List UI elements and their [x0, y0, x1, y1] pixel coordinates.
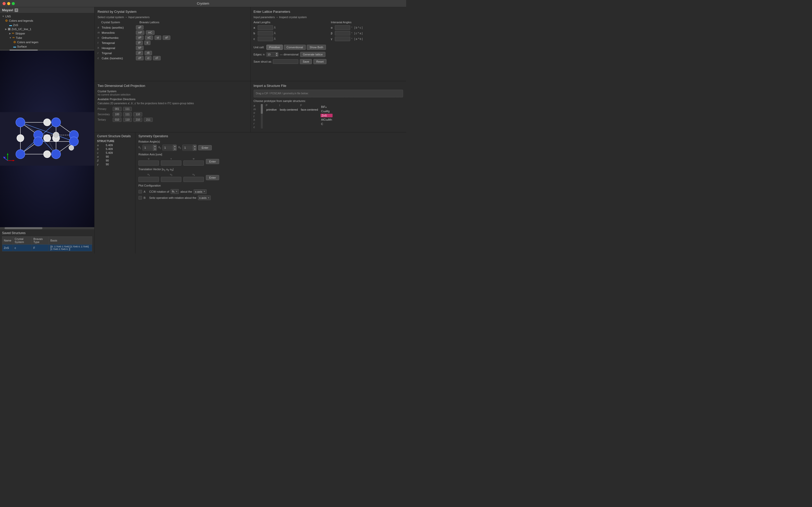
proj-btn-211[interactable]: 211 — [144, 118, 153, 122]
angle-input-beta[interactable] — [335, 31, 350, 36]
checkbox-B[interactable] — [138, 196, 142, 200]
crystal-canvas[interactable] — [0, 51, 94, 227]
bravais-btn-rP[interactable]: rP — [136, 51, 143, 55]
u-input[interactable] — [138, 161, 159, 166]
theta3-down[interactable]: ▼ — [193, 148, 196, 151]
tree-item[interactable]: ▼ ✏ Tube — [0, 36, 94, 40]
theta2-input[interactable] — [163, 146, 173, 150]
u3-input[interactable] — [183, 177, 204, 182]
trans-enter-button[interactable]: Enter — [206, 175, 219, 180]
param-input-a[interactable] — [258, 25, 273, 30]
param-input-c[interactable] — [258, 37, 273, 41]
x-axis-dropdown-B[interactable]: x-axis ▼ — [198, 195, 211, 200]
minimize-button[interactable] — [7, 2, 10, 5]
proto-item-ZnS[interactable]: ZnS — [321, 114, 332, 117]
theta1-plot-dropdown[interactable]: θ₁ ▼ — [171, 189, 179, 194]
pencil-icon: ✏ — [12, 32, 14, 35]
bravais-btn-aP[interactable]: aP — [136, 25, 143, 30]
proto-item-AlCu3Mn[interactable]: AlCu₃Mn — [321, 118, 332, 122]
bravais-btn-rR[interactable]: rR — [144, 51, 152, 55]
proto-item-C[interactable]: C — [321, 122, 332, 126]
checkbox-A[interactable] — [138, 190, 142, 193]
expand-icon: ▼ — [2, 15, 4, 18]
bravais-btn-mP[interactable]: mP — [136, 31, 144, 35]
bravais-btn-oF[interactable]: oF — [163, 36, 170, 40]
bravais-btn-hP[interactable]: hP — [136, 46, 143, 50]
edges-up-button[interactable]: ▲ — [275, 52, 278, 54]
u1-input[interactable] — [138, 177, 159, 182]
theta1-up[interactable]: ▲ — [153, 145, 157, 148]
system-name: Trigonal — [102, 52, 135, 55]
theta2-label: θ2 — [159, 146, 161, 150]
mayavi-close-button[interactable]: ✕ — [14, 8, 18, 12]
show-both-button[interactable]: Show Both — [307, 45, 326, 50]
save-struct-label: Save struct as — [254, 60, 271, 63]
bravais-btn-cI[interactable]: cI — [145, 56, 152, 60]
proto-item-face-centered[interactable]: face-centered — [300, 108, 318, 111]
edges-down-button[interactable]: ▼ — [275, 54, 278, 56]
theta2-down[interactable]: ▼ — [173, 148, 177, 151]
angle-input-gamma[interactable] — [335, 37, 350, 41]
theta1-down[interactable]: ▼ — [153, 148, 157, 151]
edges-input[interactable] — [266, 52, 275, 56]
proj-btn-111[interactable]: 111 — [123, 107, 132, 111]
w-input[interactable] — [183, 161, 204, 166]
theta1-stepper[interactable]: ▲ ▼ — [153, 145, 157, 151]
tree-item[interactable]: ▶ ✏ Stripper — [0, 31, 94, 36]
proj-btn-111b[interactable]: 111 — [123, 112, 132, 117]
close-button[interactable] — [3, 2, 6, 5]
bravais-btn-oC[interactable]: oC — [145, 36, 153, 40]
theta2-stepper[interactable]: ▲ ▼ — [173, 145, 177, 151]
save-struct-input[interactable] — [273, 59, 298, 64]
theta1-input[interactable] — [143, 146, 153, 150]
edges-stepper[interactable]: ▲ ▼ — [275, 52, 278, 57]
proj-btn-010[interactable]: 010 — [113, 118, 122, 122]
tree-item[interactable]: ▬ ZnS — [0, 23, 94, 27]
bravais-btn-tI[interactable]: tI — [144, 41, 150, 45]
proj-btn-110b[interactable]: 110 — [123, 118, 132, 122]
bravais-btn-cP[interactable]: cP — [136, 56, 143, 60]
theta3-input[interactable] — [183, 146, 193, 150]
v-input[interactable] — [161, 161, 181, 166]
primitive-button[interactable]: Primitive — [266, 45, 283, 50]
angle-input-alpha[interactable] — [335, 25, 350, 30]
bravais-btn-oP[interactable]: oP — [136, 36, 143, 40]
table-row[interactable]: ZnS c F [[0. 2.7045 2.7045] [2.7045 0. 2… — [2, 244, 92, 251]
bravais-btn-tP[interactable]: tP — [136, 41, 143, 45]
tree-item[interactable]: ▼ LNS — [0, 14, 94, 18]
tree-item[interactable]: ▬ Surface — [0, 45, 94, 49]
proj-btn-100[interactable]: 100 — [113, 112, 122, 117]
axis-enter-button[interactable]: Enter — [206, 159, 219, 164]
proj-btn-210[interactable]: 210 — [133, 118, 142, 122]
proj-btn-001[interactable]: 001 — [113, 107, 122, 111]
bravais-btn-cF[interactable]: cF — [153, 56, 161, 60]
theta2-up[interactable]: ▲ — [173, 145, 177, 148]
bravais-btn-oI[interactable]: oI — [154, 36, 161, 40]
maximize-button[interactable] — [12, 2, 15, 5]
theta3-stepper[interactable]: ▲ ▼ — [193, 145, 196, 151]
viewport[interactable] — [0, 51, 94, 227]
tree-item[interactable]: ▶ ZnS_UC_line_1 — [0, 27, 94, 31]
x-axis-dropdown-A[interactable]: x-axis ▼ — [194, 189, 207, 194]
col-bravais-header: Bravais Type — [32, 237, 49, 244]
rotation-enter-button[interactable]: Enter — [198, 145, 211, 150]
u2-input[interactable] — [161, 177, 181, 182]
proto-item-body-centered[interactable]: body-centered — [279, 108, 298, 111]
conventional-button[interactable]: Conventional — [284, 45, 306, 50]
struct-key-gamma: γ — [97, 163, 101, 166]
cell-basis: [[0. 2.7045 2.7045] [2.7045 0. 2.7045] [… — [49, 244, 92, 251]
bravais-btn-mC[interactable]: mC — [146, 31, 154, 35]
rotation-angles-title: Rotation Angle(s) — [138, 140, 403, 143]
reset-button[interactable]: Reset — [313, 59, 326, 64]
param-input-b[interactable] — [258, 31, 273, 36]
theta3-up[interactable]: ▲ — [193, 145, 196, 148]
save-button[interactable]: Save — [300, 59, 312, 64]
proto-item-BiF3[interactable]: BiF₃ — [321, 105, 332, 109]
proto-item-Cu3Mg[interactable]: Cu₃Mg — [321, 109, 332, 113]
proj-btn-110[interactable]: 110 — [133, 112, 142, 117]
tree-item[interactable]: ⚙ Colors and legends — [0, 18, 94, 23]
tree-item[interactable]: ⚙ Colors and legen — [0, 40, 94, 45]
drop-zone[interactable]: Drag a CIF / POSCAR / geometry.in file b… — [254, 90, 403, 97]
generate-lattice-button[interactable]: Generate lattice — [300, 52, 326, 57]
proto-item-primitive[interactable]: primitive — [266, 108, 277, 111]
